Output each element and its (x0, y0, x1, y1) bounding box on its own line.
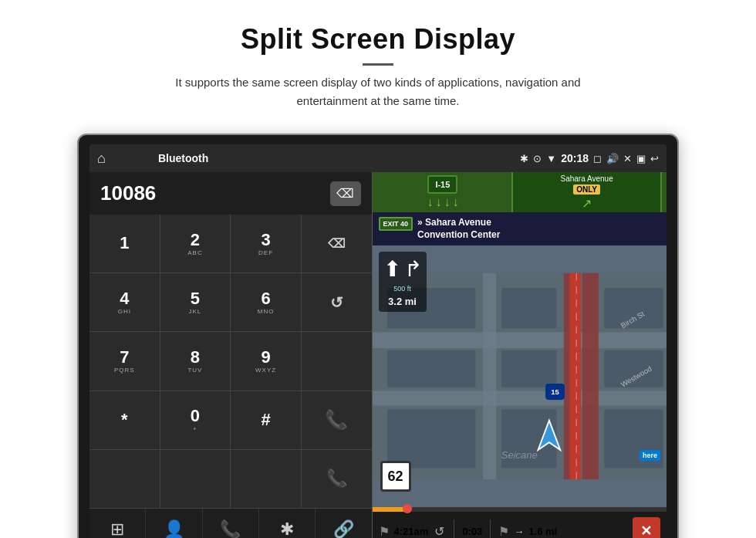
dial-key-4[interactable]: 4 GHI (89, 273, 160, 331)
dial-key-2[interactable]: 2 ABC (160, 215, 231, 272)
exit-banner: EXIT 40 » Sahara AvenueConvention Center (373, 212, 667, 245)
nav-sep-2 (490, 519, 491, 538)
nav-contacts-icon[interactable]: 👤 (146, 509, 202, 538)
window-status-icon[interactable]: ▣ (636, 153, 646, 164)
nav-arrow-icon: → (514, 526, 524, 537)
camera-status-icon: ◻ (593, 153, 602, 164)
svg-rect-11 (501, 288, 556, 328)
dial-key-9[interactable]: 9 WXYZ (231, 332, 301, 390)
dial-key-8[interactable]: 8 TUV (160, 332, 231, 390)
exit-badge: EXIT 40 (379, 217, 413, 231)
svg-rect-9 (387, 350, 475, 387)
nav-link-icon[interactable]: 🔗 (316, 509, 371, 538)
status-right: ✱ ⊙ ▼ 20:18 ◻ 🔊 ✕ ▣ ↩ (520, 152, 659, 164)
svg-rect-2 (373, 391, 667, 406)
straight-arrow-icon: ⬆ (383, 256, 401, 282)
nav-distance: 1.6 mi (528, 526, 557, 537)
volume-status-icon: 🔊 (606, 153, 619, 164)
back-status-icon[interactable]: ↩ (650, 153, 659, 164)
split-screen: 10086 ⌫ 1 2 ABC 3 DEF ⌫ (89, 172, 667, 538)
start-flag-icon: ⚑ (379, 524, 390, 539)
end-flag-icon: ⚑ (498, 524, 509, 539)
nav-refresh-icon: ↺ (434, 524, 444, 539)
nav-sep-1 (454, 519, 454, 538)
nav-bluetooth-icon[interactable]: ✱ (259, 509, 316, 538)
dial-key-empty3 (160, 450, 231, 508)
road-signs: I-15 ↓ ↓ ↓ ↓ Sahara Avenue ONLY ↗ (373, 172, 667, 212)
dial-key-star[interactable]: * (89, 391, 160, 449)
nav-apps-icon[interactable]: ⊞ (89, 509, 146, 538)
dial-key-empty4 (231, 450, 301, 508)
distance-feet-label: 500 ft (393, 285, 411, 293)
here-logo: here (640, 450, 660, 461)
dial-key-hangup[interactable]: 📞 (302, 450, 372, 508)
svg-text:15: 15 (551, 387, 559, 396)
phone-display: 10086 ⌫ (89, 172, 372, 215)
exit-destination: » Sahara AvenueConvention Center (417, 217, 500, 241)
title-divider (363, 63, 393, 66)
status-left: ⌂ Bluetooth (97, 151, 208, 167)
home-icon[interactable]: ⌂ (97, 151, 106, 167)
svg-rect-10 (387, 410, 475, 469)
dial-key-0[interactable]: 0 + (160, 391, 231, 449)
svg-rect-1 (373, 332, 667, 348)
dial-key-5[interactable]: 5 JKL (160, 273, 231, 331)
close-status-icon[interactable]: ✕ (623, 153, 632, 164)
progress-dot (403, 504, 412, 513)
dial-key-1[interactable]: 1 (89, 215, 160, 272)
only-badge: ONLY (573, 184, 600, 195)
dial-key-empty2 (89, 450, 160, 508)
phone-bottom-nav: ⊞ 👤 📞 ✱ 🔗 (89, 508, 372, 538)
progress-bar (373, 507, 667, 512)
nav-bottom-bar: ⚑ 4:21am ↺ 0:03 ⚑ → 1.6 mi ✕ (373, 512, 667, 538)
signal-status-icon: ▼ (546, 153, 556, 164)
turn-instruction-overlay: ⬆ ↱ 500 ft 3.2 mi (379, 252, 427, 312)
arrow-indicators: ↓ ↓ ↓ ↓ (427, 195, 458, 209)
turn-arrows: ⬆ ↱ (383, 256, 422, 282)
svg-rect-5 (582, 273, 598, 479)
nav-start-time: 4:21am (394, 526, 429, 537)
status-app-name: Bluetooth (158, 152, 208, 164)
exit-direction-sign: Sahara Avenue ONLY ↗ (511, 172, 662, 215)
location-status-icon: ⊙ (533, 153, 542, 164)
dial-key-3[interactable]: 3 DEF (231, 215, 301, 272)
dial-key-backspace[interactable]: ⌫ (302, 215, 372, 272)
bluetooth-status-icon: ✱ (520, 153, 528, 164)
dial-key-refresh[interactable]: ↺ (302, 273, 372, 331)
distance-mi-value: 3.2 mi (388, 296, 417, 307)
nav-elapsed: 0:03 (462, 526, 482, 537)
page-header: Split Screen Display It supports the sam… (0, 0, 756, 118)
page-title: Split Screen Display (15, 23, 741, 56)
page-description: It supports the same screen display of t… (139, 73, 617, 110)
nav-call-icon[interactable]: 📞 (203, 509, 259, 538)
right-turn-icon: ↱ (404, 256, 422, 282)
dial-key-empty1 (302, 332, 372, 390)
phone-number: 10086 (100, 181, 156, 205)
dial-key-6[interactable]: 6 MNO (231, 273, 301, 331)
status-bar: ⌂ Bluetooth ✱ ⊙ ▼ 20:18 ◻ 🔊 ✕ ▣ ↩ (89, 144, 667, 172)
freeway-sign-i15: I-15 (427, 175, 457, 194)
dialpad: 1 2 ABC 3 DEF ⌫ 4 GHI (89, 215, 372, 508)
svg-rect-6 (569, 273, 580, 479)
svg-rect-3 (483, 273, 496, 479)
dial-key-call[interactable]: 📞 (302, 391, 372, 449)
map-area: 15 Birch St Westwood ⬆ ↱ 500 ft 3.2 mi (373, 245, 667, 507)
dial-key-hash[interactable]: # (231, 391, 301, 449)
nav-panel: I-15 ↓ ↓ ↓ ↓ Sahara Avenue ONLY ↗ (373, 172, 667, 538)
phone-panel: 10086 ⌫ 1 2 ABC 3 DEF ⌫ (89, 172, 373, 538)
nav-close-button[interactable]: ✕ (633, 517, 660, 538)
speed-limit-badge: 62 (380, 461, 411, 492)
svg-rect-12 (501, 350, 556, 387)
backspace-button[interactable]: ⌫ (330, 181, 361, 206)
status-time: 20:18 (561, 152, 589, 164)
device-frame: ⌂ Bluetooth ✱ ⊙ ▼ 20:18 ◻ 🔊 ✕ ▣ ↩ 10086 … (77, 134, 679, 538)
dial-key-7[interactable]: 7 PQRS (89, 332, 160, 390)
